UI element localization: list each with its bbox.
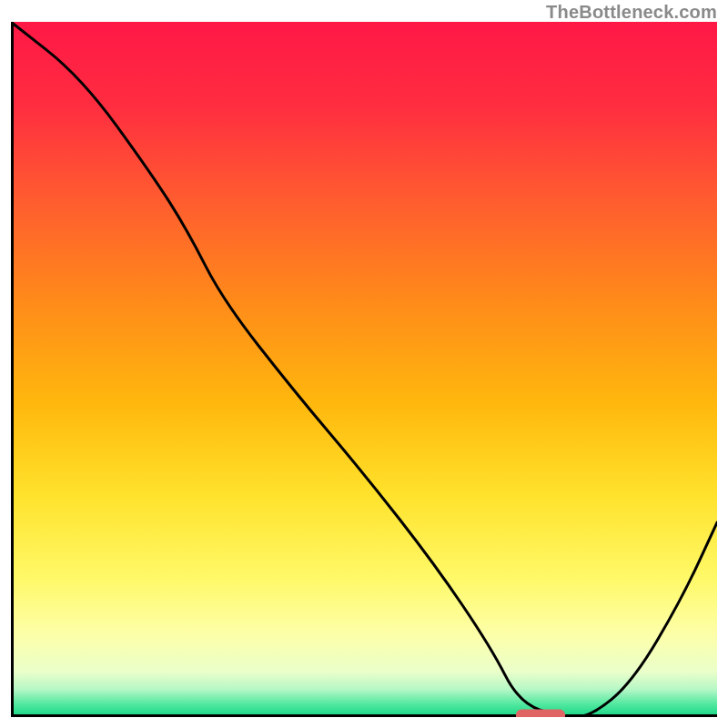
bottleneck-marker <box>516 710 565 717</box>
watermark-text: TheBottleneck.com <box>546 2 717 23</box>
chart-svg <box>11 22 717 717</box>
chart-container <box>11 22 717 717</box>
